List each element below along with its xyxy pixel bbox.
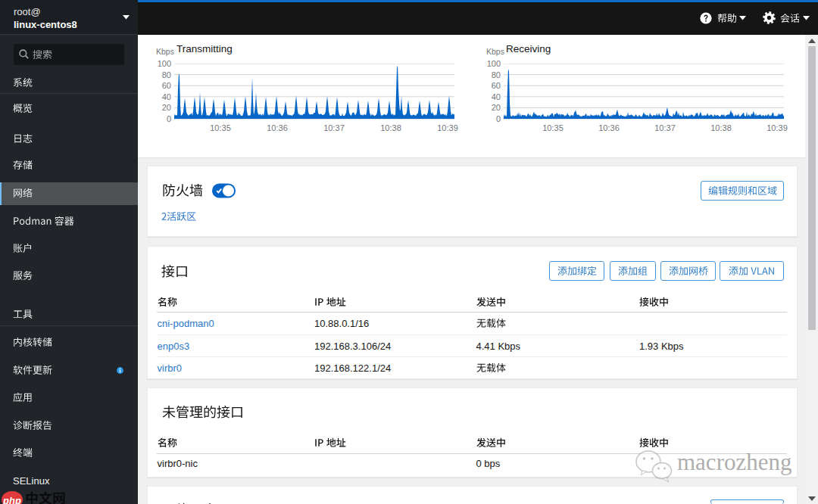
svg-text:php: php <box>2 495 21 504</box>
